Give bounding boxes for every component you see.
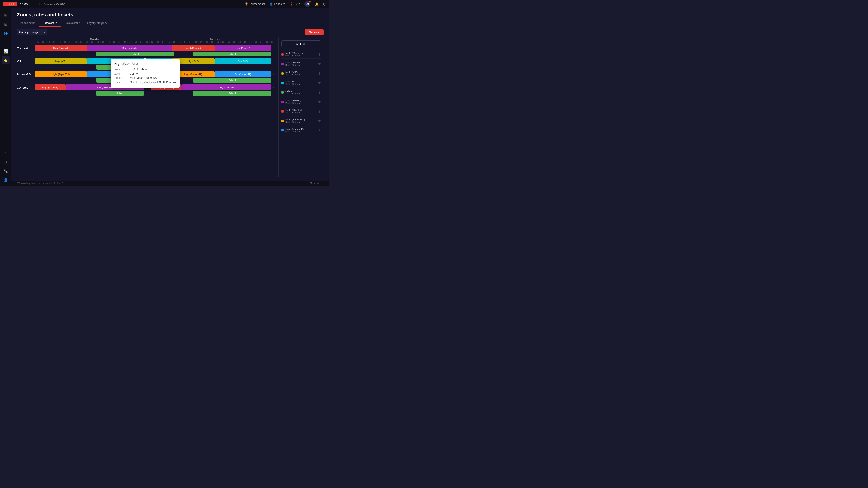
nav-consoles[interactable]: 👤 Consoles <box>270 2 285 6</box>
add-rate-button[interactable]: Add rate <box>281 40 321 47</box>
hour-21: 21 <box>144 41 149 43</box>
sidebar-item-dashboard[interactable]: ⊡ <box>2 20 10 28</box>
rate-bar-day-vip-2[interactable]: Day (VIP) <box>215 58 271 64</box>
hour-22: 22 <box>149 41 155 43</box>
tab-rates-setup[interactable]: Rates setup <box>39 20 61 27</box>
rate-info-night-supervip: Night (Super VIP) 6.50 USD/hour <box>285 118 316 123</box>
rate-info-school: School 1.50 USD/hour <box>285 90 316 95</box>
sidebar-item-computers[interactable]: 🖥 <box>2 38 10 46</box>
tab-loyalty-program[interactable]: Loyalty program <box>84 20 110 27</box>
header-time: 10:05 <box>20 2 28 6</box>
tab-zones-setup[interactable]: Zones setup <box>17 20 39 27</box>
rate-info-day-supervip: Day (Super VIP) 4.50 USD/hour <box>285 128 316 133</box>
hour-01b: 01 <box>166 41 171 43</box>
zone-supervip-expand[interactable]: › <box>271 71 275 76</box>
user-avatar[interactable]: JS <box>305 1 310 7</box>
sidebar-item-support[interactable]: 👤 <box>2 176 10 184</box>
rate-item-day-comfort: Day (Comfort) 2.50 USD/hour 🗑 <box>281 98 321 106</box>
rate-price-night-comfort: 3.50 USD/hour <box>285 111 316 114</box>
rate-info-day-comfort: Day (Comfort) 2.50 USD/hour <box>285 99 316 104</box>
zone-select-wrap: Gaming Lounge 1 <box>17 29 48 35</box>
school-bar-comfort-2[interactable]: School <box>193 52 271 57</box>
tooltip-price-row: Price: 3.50 USD/hour <box>114 68 176 71</box>
set-rate-button[interactable]: Set rate <box>305 29 324 35</box>
rate-item-night-supervip: Night (Super VIP) 6.50 USD/hour 🗑 <box>281 117 321 125</box>
hour-07b: 07 <box>198 41 204 43</box>
notification-badge <box>309 1 311 2</box>
rate-bar-night-console-1[interactable]: Night (Console) <box>35 85 66 90</box>
rate-bar-night-vip-1[interactable]: Night (VIP) <box>35 58 87 64</box>
delete-rate-day-vip[interactable]: 🗑 <box>318 81 321 85</box>
main-content: Zones, rates and tickets Zones setup Rat… <box>11 8 329 186</box>
hour-03: 03 <box>46 41 51 43</box>
tooltip-zone-label: Zone: <box>114 72 128 75</box>
delete-rate-day-console[interactable]: 🗑 <box>318 62 321 66</box>
hour-18: 18 <box>127 41 133 43</box>
nav-tournaments[interactable]: 🏆 Tournaments <box>245 2 265 6</box>
delete-rate-night-supervip[interactable]: 🗑 <box>318 119 321 123</box>
sidebar-expand-button[interactable]: ⊞ <box>2 11 10 19</box>
hour-19b: 19 <box>264 41 270 43</box>
rate-bar-day-comfort-1[interactable]: Day (Comfort) <box>87 45 172 51</box>
right-panel: Add rate Night (Console) 5.00 USD/hour 🗑… <box>278 38 324 177</box>
delete-rate-night-vip[interactable]: 🗑 <box>318 72 321 75</box>
sidebar-item-settings[interactable]: ⚙ <box>2 158 10 166</box>
page-title: Zones, rates and tickets <box>17 12 324 18</box>
zone-comfort-row: Comfort Night (Comfort) Day (Comfort) Ni… <box>17 45 275 57</box>
tooltip-period-row: Period: Mon 23:00 - Tue 09:00 <box>114 76 176 79</box>
delete-rate-night-console[interactable]: 🗑 <box>318 53 321 56</box>
rate-item-day-vip: Day (VIP) 4.00 USD/hour 🗑 <box>281 79 321 87</box>
rate-item-night-vip: Night (VIP) 4.50 USD/hour 🗑 <box>281 69 321 77</box>
nav-help[interactable]: ❓ Help <box>290 2 300 6</box>
empty-9 <box>144 91 193 96</box>
delete-rate-school[interactable]: 🗑 <box>318 91 321 94</box>
hour-06b: 06 <box>193 41 198 43</box>
header-nav: 🏆 Tournaments 👤 Consoles ❓ Help JS 🔔 ⬡ <box>245 1 327 7</box>
hour-19: 19 <box>133 41 138 43</box>
rate-bar-day-comfort-2[interactable]: Day (Comfort) <box>215 45 271 51</box>
school-bar-comfort-1[interactable]: School <box>96 52 174 57</box>
school-bar-console-1[interactable]: School <box>96 91 144 96</box>
sidebar-item-favorites[interactable]: ☆ <box>2 149 10 157</box>
zone-comfort-expand[interactable]: › <box>271 45 275 50</box>
rate-item-day-console: Day (Console) 3.50 USD/hour 🗑 <box>281 60 321 68</box>
help-icon: ❓ <box>290 2 293 6</box>
footer-terms[interactable]: Terms of Use <box>310 182 324 185</box>
zone-console-expand[interactable]: › <box>271 85 275 89</box>
day-monday-label: Monday <box>35 38 155 40</box>
rate-bar-day-console-2[interactable]: Day (Console) <box>181 85 271 90</box>
school-bar-console-2[interactable]: School <box>193 91 271 96</box>
school-bar-supervip-2[interactable]: School <box>193 78 271 83</box>
rate-name-day-console: Day (Console) <box>285 61 316 64</box>
rate-item-school: School 1.50 USD/hour 🗑 <box>281 88 321 96</box>
zone-comfort: Comfort Night (Comfort) Day (Comfort) Ni… <box>17 45 275 57</box>
rate-price-night-console: 5.00 USD/hour <box>285 55 316 57</box>
zone-vip-expand[interactable]: › <box>271 58 275 63</box>
delete-rate-night-comfort[interactable]: 🗑 <box>318 110 321 113</box>
footer-copyright: 2020 – All rights reserved – Version v11… <box>17 182 63 185</box>
sidebar-item-rates[interactable]: ⭐ <box>2 56 10 64</box>
sidebar-item-tools[interactable]: 🔧 <box>2 167 10 175</box>
hour-04: 04 <box>51 41 57 43</box>
zone-supervip-label: Super VIP <box>17 71 35 76</box>
bell-icon[interactable]: 🔔 <box>315 2 319 6</box>
sidebar-item-users[interactable]: 👥 <box>2 29 10 37</box>
consoles-icon: 👤 <box>270 2 273 6</box>
rate-bar-night-supervip-1[interactable]: Night (Super VIP) <box>35 71 87 77</box>
tab-tickets-setup[interactable]: Tickets setup <box>61 20 84 27</box>
zone-select[interactable]: Gaming Lounge 1 <box>17 29 48 35</box>
sidebar-item-reports[interactable]: 📊 <box>2 47 10 55</box>
rate-bar-day-supervip-2[interactable]: Day (Super VIP) <box>215 71 271 77</box>
tooltip-price-value: 3.50 USD/hour <box>130 68 148 71</box>
rate-item-day-supervip: Day (Super VIP) 4.50 USD/hour 🗑 <box>281 126 321 134</box>
rate-bar-night-comfort-1[interactable]: Night (Comfort) <box>35 45 87 51</box>
delete-rate-day-supervip[interactable]: 🗑 <box>318 129 321 132</box>
rate-bar-night-comfort-2[interactable]: Night (Comfort) <box>172 45 215 51</box>
hour-10: 10 <box>84 41 89 43</box>
sidebar: ⊞ ⊡ 👥 🖥 📊 ⭐ ☆ ⚙ 🔧 👤 <box>0 8 11 186</box>
hour-17b: 17 <box>253 41 258 43</box>
hour-14b: 14 <box>237 41 242 43</box>
page-header: Zones, rates and tickets <box>11 8 329 20</box>
delete-rate-day-comfort[interactable]: 🗑 <box>318 100 321 103</box>
exit-icon[interactable]: ⬡ <box>323 2 327 6</box>
